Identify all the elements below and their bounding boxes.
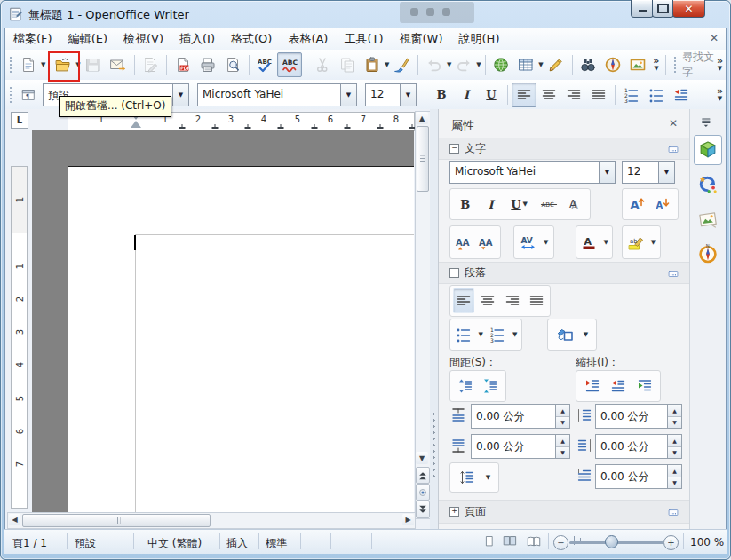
- navigation-button[interactable]: [416, 484, 430, 501]
- spinner[interactable]: ▲▼: [555, 435, 569, 458]
- sidebar-font-size-combobox[interactable]: 12 ▼: [622, 161, 675, 184]
- table-dropdown[interactable]: ▼: [538, 61, 543, 68]
- sidebar-font-name-combobox[interactable]: Microsoft YaHei ▼: [449, 161, 616, 184]
- vertical-scrollbar[interactable]: ▲ ▼: [415, 111, 431, 519]
- print-button[interactable]: [195, 52, 220, 77]
- shadow-button[interactable]: AA: [564, 192, 585, 217]
- uppercase-button[interactable]: AA: [453, 230, 474, 255]
- scroll-right-icon[interactable]: ▶: [402, 514, 414, 525]
- spin-down-icon[interactable]: ▼: [556, 446, 569, 459]
- document-page[interactable]: [68, 166, 414, 512]
- align-right-button[interactable]: [502, 288, 523, 313]
- increase-spacing-button[interactable]: [455, 374, 476, 398]
- auto-spellcheck-button[interactable]: ABC: [277, 52, 302, 77]
- copy-button[interactable]: [335, 52, 360, 77]
- scroll-down-icon[interactable]: ▼: [416, 452, 428, 464]
- bold-button[interactable]: B: [429, 83, 454, 107]
- chevron-down-icon[interactable]: ▼: [511, 331, 519, 338]
- decrease-indent-button[interactable]: [669, 83, 694, 107]
- status-insert-mode[interactable]: 插入: [226, 536, 248, 551]
- close-document-icon[interactable]: ✕: [710, 32, 719, 44]
- title-bar[interactable]: 無標題 1 - OpenOffice Writer ✕: [0, 0, 731, 28]
- menu-window[interactable]: 視窗(W): [392, 28, 451, 50]
- text-dialog-launcher-icon[interactable]: [665, 143, 681, 155]
- maximize-button[interactable]: [652, 0, 674, 18]
- book-view-icon[interactable]: [524, 534, 544, 549]
- sidebar-close-icon[interactable]: ✕: [669, 117, 678, 130]
- chevron-down-icon[interactable]: ▼: [484, 474, 492, 481]
- menu-file[interactable]: 檔案(F): [5, 28, 60, 50]
- indent-after-field[interactable]: 0.00 公分 ▲▼: [595, 434, 682, 459]
- font-color-button[interactable]: A: [578, 230, 600, 255]
- draw-functions-button[interactable]: [544, 52, 568, 77]
- toolbar-overflow-button[interactable]: »▼: [650, 57, 662, 73]
- spin-down-icon[interactable]: ▼: [668, 477, 681, 489]
- italic-button[interactable]: I: [481, 192, 502, 217]
- hanging-indent-button[interactable]: [634, 374, 656, 398]
- strikethrough-button[interactable]: ABC: [538, 192, 560, 217]
- menu-help[interactable]: 說明(H): [451, 28, 508, 50]
- status-language[interactable]: 中文 (繁體): [147, 536, 202, 551]
- grow-font-button[interactable]: A: [627, 192, 648, 217]
- indent-before-field[interactable]: 0.00 公分 ▲▼: [595, 404, 682, 429]
- line-spacing-button[interactable]: [457, 465, 478, 490]
- tab-properties[interactable]: [694, 135, 722, 165]
- chevron-down-icon[interactable]: ▼: [477, 331, 485, 338]
- chevron-down-icon[interactable]: ▼: [602, 239, 610, 246]
- chevron-down-icon[interactable]: ▼: [172, 84, 188, 106]
- decrease-spacing-button[interactable]: [480, 374, 501, 398]
- edit-file-button[interactable]: [138, 52, 163, 77]
- navigator-button[interactable]: [600, 52, 625, 77]
- bullets-button[interactable]: [453, 322, 474, 347]
- multi-page-view-icon[interactable]: [499, 534, 520, 549]
- find-replace-button[interactable]: [576, 52, 600, 77]
- page-section-header[interactable]: + 頁面: [439, 500, 690, 524]
- italic-button[interactable]: I: [454, 83, 479, 107]
- spin-up-icon[interactable]: ▲: [556, 405, 569, 416]
- underline-button[interactable]: U: [479, 83, 504, 107]
- spin-up-icon[interactable]: ▲: [556, 435, 569, 446]
- sidebar-menu-icon[interactable]: [700, 116, 714, 130]
- single-page-view-icon[interactable]: [482, 534, 497, 549]
- status-zoom-level[interactable]: 100 %: [690, 536, 724, 548]
- spellcheck-button[interactable]: ABC: [252, 52, 277, 77]
- align-right-button[interactable]: [561, 83, 586, 107]
- export-pdf-button[interactable]: [171, 52, 195, 77]
- zoom-in-button[interactable]: +: [663, 535, 679, 550]
- print-preview-button[interactable]: [220, 52, 245, 77]
- align-center-button[interactable]: [477, 288, 498, 313]
- spin-up-icon[interactable]: ▲: [668, 405, 681, 416]
- new-document-dropdown[interactable]: ▼: [41, 61, 45, 68]
- background-color-button[interactable]: [554, 322, 576, 347]
- tab-styles[interactable]: [694, 170, 722, 200]
- align-left-button[interactable]: [512, 83, 536, 107]
- redo-dropdown[interactable]: ▼: [476, 61, 481, 68]
- bold-button[interactable]: B: [455, 192, 476, 217]
- horizontal-scrollbar[interactable]: ◀ ▶: [7, 512, 416, 529]
- spinner[interactable]: ▲▼: [555, 405, 569, 428]
- menu-insert[interactable]: 插入(I): [171, 28, 223, 50]
- gallery-button[interactable]: [625, 52, 650, 77]
- lowercase-button[interactable]: AA: [476, 230, 497, 255]
- previous-page-button[interactable]: [416, 467, 430, 484]
- table-button[interactable]: [513, 52, 538, 77]
- chevron-down-icon[interactable]: ▼: [582, 331, 590, 338]
- underline-button[interactable]: U▼: [505, 192, 534, 217]
- document-canvas[interactable]: [32, 130, 414, 512]
- chevron-down-icon[interactable]: ▼: [658, 162, 674, 183]
- next-page-button[interactable]: [416, 501, 430, 518]
- first-line-indent-field[interactable]: 0.00 公分 ▲▼: [595, 464, 682, 489]
- spacing-below-field[interactable]: 0.00 公分 ▲▼: [471, 434, 570, 459]
- text-section-header[interactable]: − 文字: [439, 138, 690, 160]
- page-dialog-launcher-icon[interactable]: [665, 506, 681, 518]
- collapse-icon[interactable]: −: [449, 268, 459, 278]
- vertical-scroll-thumb[interactable]: [417, 126, 429, 192]
- spin-up-icon[interactable]: ▲: [668, 435, 681, 446]
- scroll-up-icon[interactable]: ▲: [416, 112, 428, 124]
- formatting-overflow-button[interactable]: »▼: [714, 87, 726, 103]
- splitter-handle[interactable]: [432, 411, 436, 480]
- horizontal-scroll-thumb[interactable]: [22, 514, 211, 527]
- justify-button[interactable]: [586, 83, 611, 107]
- decrease-indent-button[interactable]: [608, 374, 629, 398]
- cut-button[interactable]: [310, 52, 335, 77]
